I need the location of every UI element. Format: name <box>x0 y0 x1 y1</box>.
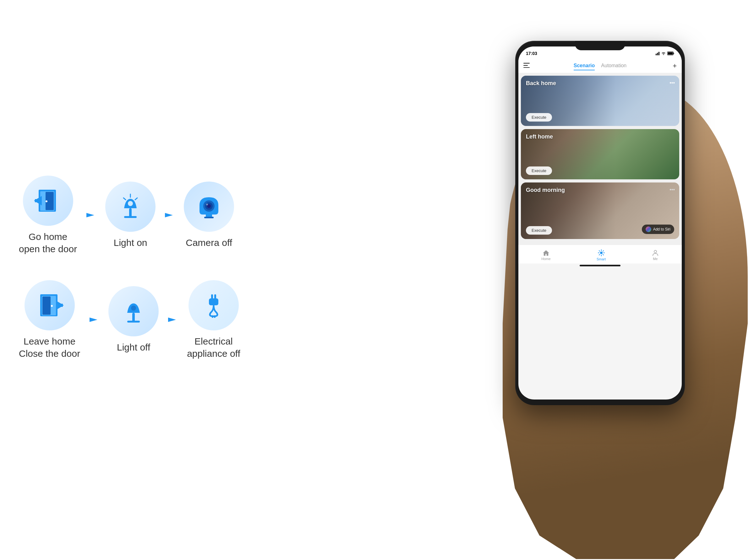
svg-line-11 <box>123 198 126 200</box>
tab-scenario[interactable]: Scenario <box>574 62 595 71</box>
light-on-icon-circle <box>105 182 156 232</box>
status-icons <box>655 51 674 56</box>
svg-point-46 <box>600 252 602 254</box>
svg-rect-22 <box>42 297 51 315</box>
go-home-icon <box>32 185 64 216</box>
light-on-label: Light on <box>114 237 147 249</box>
svg-line-10 <box>135 198 137 200</box>
svg-point-29 <box>131 306 136 311</box>
arrow2 <box>162 207 178 223</box>
back-home-execute[interactable]: Execute <box>526 113 552 122</box>
svg-rect-24 <box>56 304 63 307</box>
siri-button[interactable]: Add to Siri <box>642 224 674 234</box>
home-indicator <box>580 265 620 266</box>
nav-header: Scenario Automation + <box>518 59 682 73</box>
arrow3 <box>86 312 102 327</box>
leave-home-row: Leave home Close the door Ligh <box>19 280 240 360</box>
light-off-icon-circle <box>108 286 159 336</box>
good-morning-card: Good morning ••• Execute Add to Siri <box>521 182 679 239</box>
good-morning-execute[interactable]: Execute <box>526 226 552 235</box>
siri-icon <box>646 226 651 232</box>
smart-nav-icon <box>598 249 605 257</box>
svg-rect-44 <box>523 65 528 66</box>
back-home-dots[interactable]: ••• <box>670 80 675 86</box>
back-home-card: Back home ••• Execute <box>521 76 679 126</box>
light-off-icon-wrapper: Light off <box>108 286 159 353</box>
go-home-icon-circle <box>23 176 73 226</box>
leave-home-icon-circle <box>24 280 75 331</box>
left-home-title: Left home <box>526 134 674 140</box>
svg-rect-42 <box>668 53 673 55</box>
left-home-card: Left home Execute <box>521 129 679 179</box>
add-scenario-button[interactable]: + <box>673 62 677 70</box>
svg-rect-4 <box>35 199 42 202</box>
light-off-icon <box>118 296 149 327</box>
camera-off-label: Camera off <box>186 237 232 249</box>
svg-point-55 <box>654 250 657 253</box>
svg-point-25 <box>51 305 53 307</box>
light-off-label: Light off <box>117 341 150 353</box>
nav-tabs: Scenario Automation <box>574 62 627 71</box>
bottom-nav: Home Smart <box>518 245 682 263</box>
electrical-off-icon <box>198 289 229 321</box>
nav-me[interactable]: Me <box>652 249 659 261</box>
left-diagram: Go home open the door <box>0 0 245 560</box>
phone-notch <box>575 41 625 50</box>
back-home-title: Back home <box>526 80 674 87</box>
svg-rect-8 <box>124 216 137 218</box>
left-home-execute[interactable]: Execute <box>526 166 552 175</box>
back-home-content: Back home ••• Execute <box>521 76 679 126</box>
phone-frame: 17:03 <box>515 41 685 405</box>
svg-line-51 <box>599 250 600 251</box>
electrical-off-label: Electrical appliance off <box>187 335 240 360</box>
nav-smart[interactable]: Smart <box>597 249 606 261</box>
home-nav-label: Home <box>541 257 551 261</box>
good-morning-title: Good morning <box>526 187 674 194</box>
me-nav-icon <box>652 249 659 256</box>
svg-rect-34 <box>212 315 213 318</box>
electrical-off-icon-circle <box>188 280 239 331</box>
leave-home-icon <box>34 289 65 321</box>
svg-rect-28 <box>127 321 140 323</box>
arrow4 <box>165 312 181 327</box>
scenarios-list: Back home ••• Execute Left home Execute <box>518 73 682 245</box>
tab-automation[interactable]: Automation <box>601 62 627 71</box>
go-home-icon-wrapper: Go home open the door <box>19 176 77 255</box>
svg-rect-32 <box>214 294 216 299</box>
wifi-icon <box>661 52 666 55</box>
svg-rect-43 <box>523 63 530 64</box>
svg-marker-26 <box>90 318 97 322</box>
svg-point-5 <box>45 200 47 202</box>
svg-rect-45 <box>523 67 530 68</box>
go-home-row: Go home open the door <box>19 176 234 255</box>
svg-marker-13 <box>165 213 173 217</box>
leave-home-icon-wrapper: Leave home Close the door <box>19 280 80 360</box>
status-time: 17:03 <box>526 51 537 56</box>
svg-rect-19 <box>204 217 214 218</box>
go-home-label: Go home open the door <box>19 231 77 255</box>
svg-marker-30 <box>168 318 176 322</box>
svg-point-12 <box>128 201 133 206</box>
me-nav-label: Me <box>653 257 658 261</box>
good-morning-dots[interactable]: ••• <box>670 187 675 193</box>
svg-rect-35 <box>214 315 216 318</box>
camera-off-icon-circle <box>184 182 234 232</box>
camera-off-icon-wrapper: Camera off <box>184 182 234 249</box>
battery-icon <box>667 52 674 55</box>
svg-line-54 <box>599 254 600 255</box>
svg-line-52 <box>603 254 603 255</box>
leave-home-label: Leave home Close the door <box>19 335 80 360</box>
left-home-content: Left home Execute <box>521 129 679 179</box>
phone-mockup: 17:03 <box>484 16 729 534</box>
svg-rect-37 <box>657 53 658 55</box>
signal-icon <box>655 51 660 56</box>
phone-screen: 17:03 <box>518 46 682 400</box>
svg-line-53 <box>603 250 603 251</box>
svg-rect-33 <box>209 298 218 305</box>
light-on-icon-wrapper: Light on <box>105 182 156 249</box>
nav-home[interactable]: Home <box>541 249 551 261</box>
svg-marker-6 <box>86 213 94 217</box>
svg-rect-41 <box>674 53 674 54</box>
svg-rect-31 <box>211 294 213 299</box>
menu-icon[interactable] <box>523 63 530 69</box>
